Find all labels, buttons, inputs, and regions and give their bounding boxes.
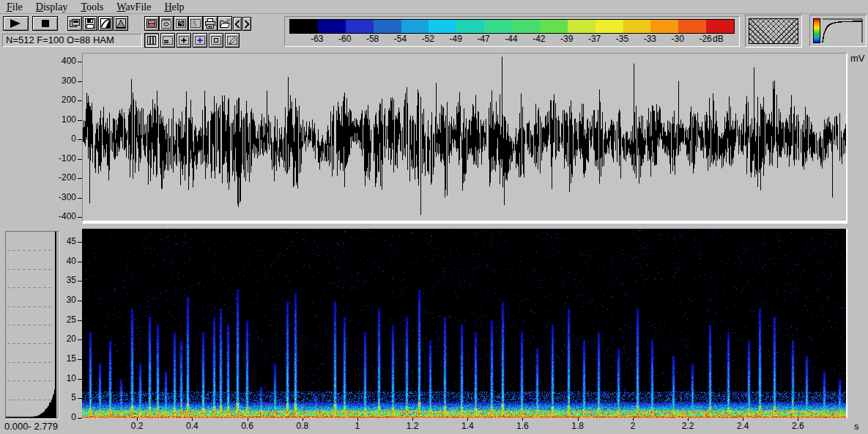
menu-item-wavfile[interactable]: WavFile (110, 1, 157, 13)
time-axis-unit-label: s (854, 421, 859, 432)
gamma-curve-icon (100, 18, 111, 29)
grid-cross-blue-button[interactable] (193, 33, 207, 48)
time-xtick-label: 2.4 (727, 421, 759, 431)
color-scale-segment (374, 20, 401, 33)
color-scale-segment (290, 20, 318, 33)
red-trace-display-button[interactable] (144, 16, 159, 31)
axis-tick (78, 359, 82, 360)
spectrogram-ytick-label: 25 (44, 315, 76, 325)
grid-cross-icon (178, 34, 190, 46)
svg-text:S: S (193, 20, 197, 28)
next-button[interactable] (242, 17, 251, 31)
axis-tick (78, 320, 82, 321)
color-scale-tick-label: -33 (635, 34, 664, 44)
menu-item-help[interactable]: Help (157, 1, 190, 13)
filled-display-button[interactable] (174, 16, 188, 31)
axis-tick (522, 418, 523, 421)
scale-marks-icon (160, 18, 172, 29)
axis-tick (78, 139, 82, 140)
axis-tick (78, 198, 82, 199)
spectrogram-ytick-label: 35 (44, 275, 76, 285)
grid-cross-button[interactable] (177, 33, 191, 48)
spectrogram-ytick-label: 20 (44, 334, 76, 344)
color-scale-segment (650, 20, 678, 33)
play-icon (10, 18, 23, 29)
color-scale-tick-label: -63 (303, 34, 332, 44)
time-xtick-label: 1 (341, 421, 374, 431)
waveform-plot-area[interactable] (82, 53, 847, 224)
stop-icon (41, 19, 50, 28)
time-xtick-label: 2.2 (672, 421, 704, 431)
time-xtick-label: 1.6 (506, 421, 538, 431)
menu-item-file[interactable]: File (0, 1, 29, 13)
stop-button[interactable] (32, 16, 58, 31)
peak-display-button[interactable] (114, 16, 128, 31)
axis-tick (357, 418, 358, 421)
axis-tick (78, 62, 82, 62)
color-scale-unit-label: dB (713, 34, 724, 44)
waveform-ytick-label: -400 (44, 211, 76, 221)
spectrogram-ytick-label: 30 (44, 295, 76, 305)
scale-marks-button[interactable] (159, 16, 174, 31)
color-scale-segment (678, 20, 706, 33)
play-button[interactable] (3, 16, 29, 31)
axis-tick (633, 418, 634, 421)
axis-tick (467, 418, 468, 421)
color-scale-panel: -63-60-58-54-52-49-47-44-42-39-37-35-33-… (284, 16, 740, 47)
menu-item-display[interactable]: Display (29, 1, 75, 13)
axis-tick (78, 418, 82, 419)
copy-window-icon (69, 18, 81, 29)
color-scale-tick-label: -37 (580, 34, 609, 44)
spectrogram-plot-area[interactable] (82, 229, 847, 418)
axis-tick (192, 418, 193, 421)
color-scale-segment (429, 20, 456, 33)
waveform-unit-label: mV (850, 53, 865, 64)
color-scale-segment (596, 20, 623, 33)
axis-tick (303, 418, 303, 421)
waveform-ytick-label: 300 (44, 76, 76, 86)
grid-lines-bottom-button[interactable] (160, 33, 175, 48)
open-file-button[interactable] (218, 16, 232, 31)
waveform-canvas[interactable] (83, 54, 846, 221)
color-scale-segment (484, 20, 512, 33)
color-scale-tick-label: -35 (608, 34, 637, 44)
waveform-ytick-label: 400 (44, 56, 76, 66)
color-scale-tick-label: -60 (330, 34, 360, 44)
copy-window-button[interactable] (67, 16, 82, 31)
color-scale-segment (318, 20, 346, 33)
fs-settings-icon: S (190, 18, 201, 29)
open-file-icon (219, 18, 231, 29)
gamma-curve-button[interactable] (98, 16, 113, 31)
axis-tick (78, 281, 82, 282)
time-xtick-label: 0.4 (176, 421, 208, 431)
axis-tick (248, 418, 248, 421)
spectrogram-app-window: FileDisplayToolsWavFileHelp S N=512 F=10… (0, 0, 868, 434)
grid-vertical-button[interactable] (144, 33, 159, 48)
grid-vertical-icon (146, 34, 157, 46)
edit-annotations-button[interactable] (225, 33, 240, 48)
axis-tick (412, 418, 413, 421)
grid-inner-box-button[interactable] (209, 33, 223, 48)
color-scale-tick-label: -47 (469, 34, 498, 44)
menu-item-tools[interactable]: Tools (74, 1, 110, 13)
color-scale-tick-label: -54 (386, 34, 415, 44)
save-button[interactable] (83, 16, 97, 31)
spectrogram-canvas[interactable] (82, 229, 846, 418)
axis-tick (78, 262, 82, 262)
color-scale-tick-label: -58 (358, 34, 387, 44)
fs-settings-button[interactable]: S (188, 16, 203, 31)
grid-lines-bottom-icon (162, 34, 174, 46)
prev-icon (234, 19, 241, 29)
print-button[interactable] (203, 16, 218, 31)
color-scale-segment (512, 20, 540, 33)
save-icon (84, 18, 96, 29)
waveform-ytick-label: 100 (44, 114, 76, 125)
print-icon (204, 18, 216, 29)
time-xtick-label: 2.6 (782, 421, 814, 431)
color-scale-segment (401, 20, 429, 33)
red-trace-display-icon (146, 18, 157, 29)
color-scale-strip (289, 19, 735, 34)
color-scale-tick-label: -39 (552, 34, 582, 44)
prev-button[interactable] (233, 17, 242, 31)
axis-tick (798, 418, 798, 421)
